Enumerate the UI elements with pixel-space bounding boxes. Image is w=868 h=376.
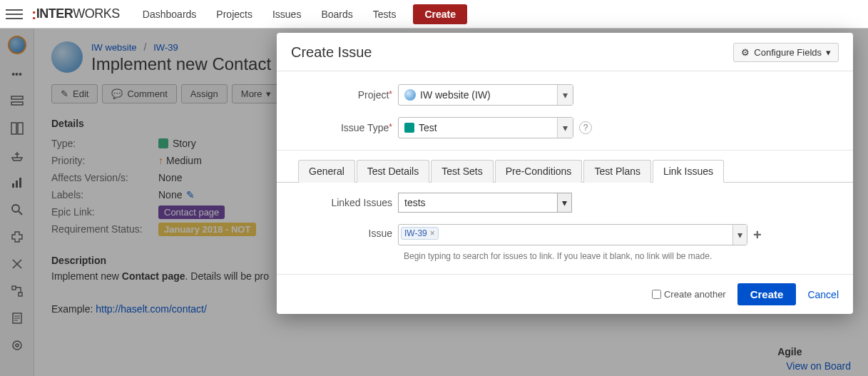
nav-boards[interactable]: Boards [311, 0, 362, 29]
nav-tests[interactable]: Tests [363, 0, 407, 29]
create-button[interactable]: Create [413, 4, 467, 24]
top-nav: :INTERWORKS Dashboards Projects Issues B… [0, 0, 868, 29]
chevron-down-icon: ▾ [557, 118, 573, 138]
add-issue-button[interactable]: + [753, 228, 767, 242]
help-icon[interactable]: ? [579, 121, 592, 134]
tab-test-details[interactable]: Test Details [357, 160, 429, 183]
chevron-down-icon: ▾ [557, 85, 573, 105]
logo[interactable]: :INTERWORKS [31, 5, 120, 24]
project-select[interactable]: IW website (IW) ▾ [398, 84, 573, 106]
tab-link-issues[interactable]: Link Issues [653, 160, 724, 183]
create-another-checkbox[interactable]: Create another [652, 289, 726, 300]
modal-tabs: General Test Details Test Sets Pre-Condi… [277, 159, 853, 183]
tab-general[interactable]: General [298, 160, 355, 183]
create-another-input[interactable] [652, 290, 661, 299]
chevron-down-icon[interactable]: ▾ [732, 225, 747, 245]
chevron-down-icon: ▾ [826, 47, 831, 58]
nav-dashboards[interactable]: Dashboards [133, 0, 207, 29]
issue-picker-input[interactable]: IW-39× ▾ [398, 224, 747, 245]
project-icon [404, 89, 416, 101]
gear-icon: ⚙ [741, 47, 750, 58]
issue-token[interactable]: IW-39× [401, 227, 439, 240]
chevron-down-icon: ▾ [557, 193, 571, 212]
nav-projects[interactable]: Projects [206, 0, 262, 29]
tab-pre-conditions[interactable]: Pre-Conditions [495, 160, 583, 183]
configure-fields-button[interactable]: ⚙ Configure Fields ▾ [733, 43, 839, 62]
nav-issues[interactable]: Issues [262, 0, 311, 29]
linked-issues-select[interactable]: tests ▾ [398, 193, 572, 213]
tab-test-plans[interactable]: Test Plans [583, 160, 651, 183]
hamburger-icon[interactable] [6, 6, 23, 23]
modal-title: Create Issue [291, 44, 372, 61]
logo-text-a: INTER [36, 6, 73, 21]
cancel-link[interactable]: Cancel [807, 289, 839, 300]
linked-issues-label: Linked Issues [298, 197, 398, 208]
logo-text-b: WORKS [73, 6, 120, 21]
test-icon [404, 123, 414, 133]
issuetype-select[interactable]: Test ▾ [398, 117, 573, 138]
issue-label: Issue [298, 224, 398, 239]
issuetype-label: Issue Type* [298, 122, 398, 133]
project-label: Project* [298, 89, 398, 101]
submit-create-button[interactable]: Create [737, 283, 797, 305]
tab-test-sets[interactable]: Test Sets [431, 160, 494, 183]
issue-hint: Begin typing to search for issues to lin… [404, 251, 832, 261]
create-issue-modal: Create Issue ⚙ Configure Fields ▾ Projec… [277, 33, 853, 314]
remove-token-icon[interactable]: × [430, 228, 435, 238]
